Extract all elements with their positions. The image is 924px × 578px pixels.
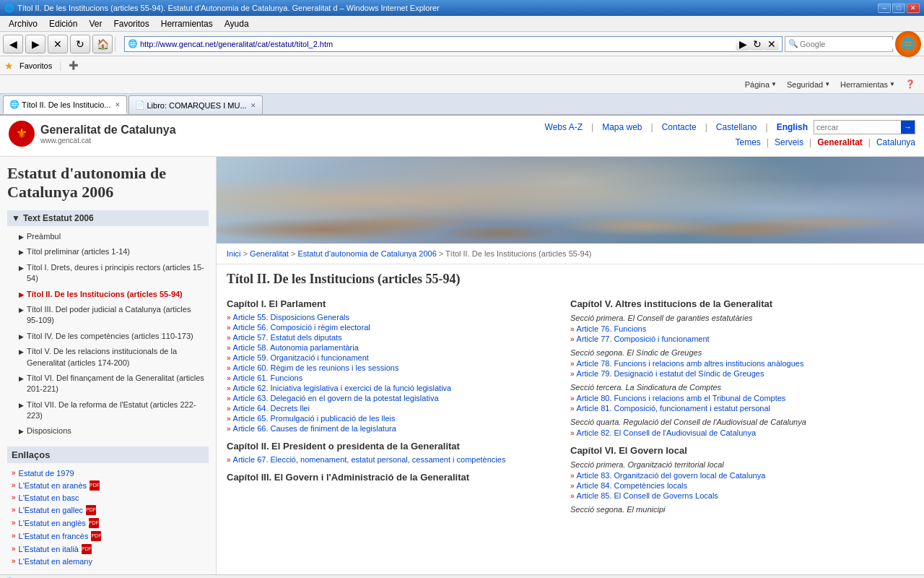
nav-item-disposicions[interactable]: ▶ Disposicions	[7, 423, 209, 439]
menu-ayuda[interactable]: Ayuda	[219, 17, 255, 30]
article-59[interactable]: »Article 59. Organització i funcionament	[227, 353, 563, 363]
link-catalunya[interactable]: Catalunya	[876, 137, 915, 147]
enlaces-title: Enllaços	[7, 447, 209, 463]
nav-contacte[interactable]: Contacte	[662, 122, 697, 132]
herramientas-menu[interactable]: Herramientas ▼	[836, 79, 899, 90]
header-search-button[interactable]: →	[901, 121, 915, 134]
help-btn[interactable]: ❓	[901, 78, 920, 90]
address-go-button[interactable]: ▶	[736, 38, 750, 51]
home-button[interactable]: 🏠	[92, 35, 113, 53]
nav-item-titol-vii[interactable]: ▶ Títol VII. De la reforma de l'Estatut …	[7, 397, 209, 424]
toolbar-search-input[interactable]	[800, 40, 899, 48]
arrow-78: »	[570, 360, 575, 368]
pdf-icon-5[interactable]: PDF	[91, 531, 101, 541]
article-57[interactable]: »Article 57. Estatut dels diputats	[227, 332, 563, 342]
link-estatut-1979[interactable]: » Estatut de 1979	[7, 467, 209, 479]
nav-castellano[interactable]: Castellano	[716, 122, 757, 132]
link-estatut-basc[interactable]: » L'Estatut en basc	[7, 492, 209, 504]
stop-button[interactable]: ✕	[48, 35, 68, 53]
article-55[interactable]: »Article 55. Disposicions Generals	[227, 312, 563, 322]
pdf-icon-6[interactable]: PDF	[82, 544, 92, 554]
menu-favoritos[interactable]: Favoritos	[108, 17, 154, 30]
menu-ver[interactable]: Ver	[83, 17, 108, 30]
article-85[interactable]: »Article 85. El Consell de Governs Local…	[570, 491, 907, 501]
favorites-label[interactable]: Favoritos	[17, 61, 55, 71]
header-search-input[interactable]	[814, 123, 901, 131]
minimize-button[interactable]: –	[878, 3, 891, 13]
nav-item-titol-vi[interactable]: ▶ Títol VI. Del finançament de la Genera…	[7, 371, 209, 397]
article-77[interactable]: »Article 77. Composició i funcionament	[570, 334, 907, 344]
menu-edicion[interactable]: Edición	[43, 17, 83, 30]
refresh-button[interactable]: ↻	[70, 35, 90, 53]
menu-herramientas[interactable]: Herramientas	[155, 17, 219, 30]
pdf-icon-1[interactable]: PDF	[90, 480, 100, 491]
arrow-67: »	[227, 456, 231, 464]
tab-close-2[interactable]: ✕	[250, 102, 256, 109]
nav-item-preambul[interactable]: ▶ Preàmbul	[7, 229, 209, 244]
nav-webs-az[interactable]: Webs A-Z	[545, 122, 583, 132]
pdf-icon-3[interactable]: PDF	[86, 505, 96, 515]
link-generalitat[interactable]: Generalitat	[817, 137, 863, 147]
nav-english[interactable]: English	[777, 122, 808, 132]
article-63[interactable]: »Article 63. Delegació en el govern de l…	[227, 393, 563, 403]
arrow-60: »	[227, 364, 231, 372]
link-estatut-aranes[interactable]: » L'Estatut en aranès PDF	[7, 479, 209, 492]
header-secondary-links: Temes | Serveis | Generalitat | Cataluny…	[736, 137, 915, 147]
address-stop-button[interactable]: ✕	[764, 38, 779, 51]
forward-button[interactable]: ▶	[25, 35, 45, 53]
article-61[interactable]: »Article 61. Funcions	[227, 373, 563, 383]
article-67[interactable]: »Article 67. Elecció, nomenament, estatu…	[227, 454, 563, 465]
article-80[interactable]: »Article 80. Funcions i relacions amb el…	[570, 393, 907, 403]
back-button[interactable]: ◀	[3, 35, 23, 53]
article-65[interactable]: »Article 65. Promulgació i publicació de…	[227, 413, 563, 423]
article-76[interactable]: »Article 76. Funcions	[570, 324, 907, 334]
section-v-2: Secció segona. El Síndic de Greuges	[570, 348, 907, 357]
nav-item-titol-i[interactable]: ▶ Títol I. Drets, deures i principis rec…	[7, 260, 209, 287]
article-58[interactable]: »Article 58. Autonomia parlamentària	[227, 342, 563, 353]
article-79[interactable]: »Article 79. Designació i estatut del Sí…	[570, 368, 907, 379]
article-60[interactable]: »Article 60. Règim de les reunions i les…	[227, 363, 563, 373]
nav-item-titol-ii[interactable]: ▶ Títol II. De les Institucions (article…	[7, 287, 209, 302]
add-icon: ➕	[69, 61, 79, 70]
nav-item-titol-iv[interactable]: ▶ Títol IV. De les competències (article…	[7, 329, 209, 344]
nav-item-titol-prel[interactable]: ▶ Títol preliminar (articles 1-14)	[7, 244, 209, 259]
seguridad-menu[interactable]: Seguridad ▼	[783, 79, 834, 90]
article-64[interactable]: »Article 64. Decrets llei	[227, 403, 563, 413]
link-estatut-angles[interactable]: » L'Estatut en anglès PDF	[7, 517, 209, 530]
nav-collapse-icon[interactable]: ▼	[12, 213, 20, 223]
nav-mapa-web[interactable]: Mapa web	[602, 122, 642, 132]
add-favorite-button[interactable]: ➕	[66, 60, 82, 71]
article-83[interactable]: »Article 83. Organització del govern loc…	[570, 470, 907, 480]
article-62[interactable]: »Article 62. Iniciativa legislativa i ex…	[227, 383, 563, 393]
maximize-button[interactable]: □	[892, 3, 905, 13]
pdf-icon-4[interactable]: PDF	[89, 518, 99, 528]
col-left: Capítol I. El Parlament »Article 55. Dis…	[227, 291, 570, 515]
breadcrumb-generalitat[interactable]: Generalitat	[250, 249, 289, 258]
article-84[interactable]: »Article 84. Competències locals	[570, 480, 907, 491]
link-temes[interactable]: Temes	[736, 137, 761, 147]
link-estatut-frances[interactable]: » L'Estatut en francès PDF	[7, 530, 209, 543]
article-78[interactable]: »Article 78. Funcions i relacions amb al…	[570, 358, 907, 368]
tab-titol-ii[interactable]: 🌐 Títol II. De les Institucio... ✕	[3, 95, 127, 114]
enlaces-arrow-4: »	[12, 519, 16, 527]
address-refresh-button[interactable]: ↻	[750, 38, 764, 51]
gencat-org-url: www.gencat.cat	[40, 137, 176, 144]
nav-item-titol-iii[interactable]: ▶ Títol III. Del poder judicial a Catalu…	[7, 302, 209, 329]
pagina-menu[interactable]: Página ▼	[741, 79, 781, 90]
nav-item-titol-v[interactable]: ▶ Títol V. De les relacions instituciona…	[7, 344, 209, 371]
menu-archivo[interactable]: Archivo	[3, 17, 43, 30]
breadcrumb-inici[interactable]: Inici	[227, 249, 241, 258]
close-button[interactable]: ✕	[907, 3, 920, 13]
article-66[interactable]: »Article 66. Causes de finiment de la le…	[227, 423, 563, 434]
tab-close-1[interactable]: ✕	[115, 101, 121, 108]
link-estatut-gallec[interactable]: » L'Estatut en gallec PDF	[7, 504, 209, 517]
breadcrumb-estatut[interactable]: Estatut d'autonomia de Catalunya 2006	[297, 249, 436, 258]
link-serveis[interactable]: Serveis	[775, 137, 803, 147]
link-estatut-alemany[interactable]: » L'Estatut en alemany	[7, 556, 209, 567]
article-82[interactable]: »Article 82. El Consell de l'Audiovisual…	[570, 428, 907, 438]
link-estatut-italia[interactable]: » L'Estatut en italià PDF	[7, 543, 209, 556]
article-81[interactable]: »Article 81. Composició, funcionament i …	[570, 403, 907, 413]
article-56[interactable]: »Article 56. Composició i règim electora…	[227, 322, 563, 332]
tab-comarques[interactable]: 📄 Libro: COMARQUES I MU... ✕	[128, 95, 263, 114]
address-input[interactable]	[140, 40, 736, 48]
